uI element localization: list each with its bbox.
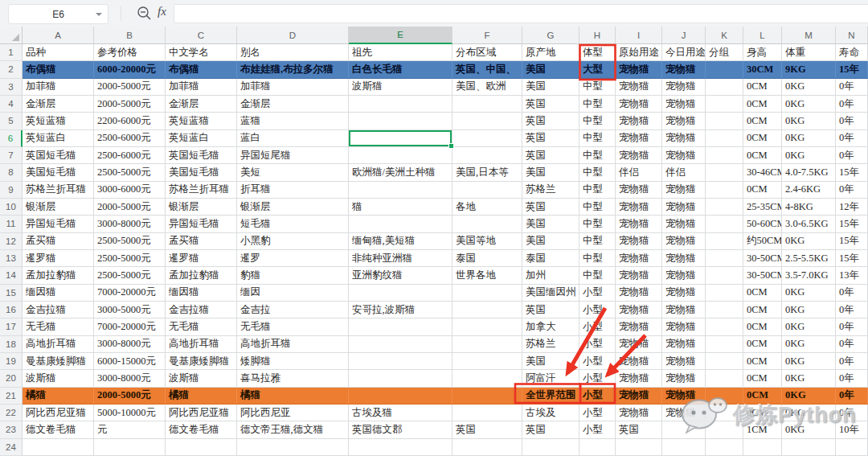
cell-C6[interactable]: 英短蓝白	[166, 130, 237, 147]
cell-L3[interactable]: 0CM	[743, 79, 782, 96]
cell-A16[interactable]: 金吉拉猫	[23, 302, 94, 318]
row-number-24[interactable]: 24	[0, 439, 23, 456]
cell-E10[interactable]: 猫	[349, 199, 452, 216]
cell-A4[interactable]: 金渐层	[23, 96, 94, 113]
cell-M23[interactable]: 0KG	[782, 421, 836, 438]
row-number-12[interactable]: 12	[0, 233, 23, 250]
cell-N4[interactable]: 0年	[836, 96, 868, 113]
cell-E13[interactable]: 非纯种亚洲猫	[349, 250, 452, 267]
row-number-3[interactable]: 3	[0, 79, 23, 96]
cell-K24[interactable]	[706, 439, 743, 456]
cell-L10[interactable]: 25-35CM	[743, 199, 782, 216]
cell-I20[interactable]: 宠物猫	[616, 370, 662, 387]
select-all-corner[interactable]	[0, 27, 23, 44]
cell-C19[interactable]: 曼基康矮脚猫	[166, 353, 237, 370]
cell-H10[interactable]: 中型	[579, 199, 616, 216]
cell-D2[interactable]: 布娃娃猫,布拉多尔猫	[237, 61, 349, 78]
cell-A7[interactable]: 英国短毛猫	[23, 147, 94, 164]
row-number-4[interactable]: 4	[0, 96, 23, 113]
cell-E11[interactable]	[349, 216, 452, 232]
col-header-E[interactable]: E	[349, 27, 452, 44]
cell-N7[interactable]: 0年	[836, 147, 868, 164]
cell-E6[interactable]	[349, 130, 452, 147]
cell-J16[interactable]: 宠物猫	[662, 302, 706, 318]
cell-L8[interactable]: 30-46CM	[743, 164, 782, 181]
dropdown-caret-icon[interactable]	[96, 13, 102, 16]
cell-I15[interactable]: 宠物猫	[616, 285, 662, 302]
cell-J24[interactable]	[662, 439, 706, 456]
cell-K8[interactable]	[706, 164, 743, 181]
row-number-7[interactable]: 7	[0, 147, 23, 164]
cell-M17[interactable]: 0KG	[782, 318, 836, 335]
cell-B24[interactable]	[94, 439, 166, 456]
cell-G13[interactable]: 泰国	[522, 250, 579, 267]
cell-B7[interactable]: 2500-6000元	[94, 147, 166, 164]
cell-J2[interactable]: 宠物猫	[662, 61, 706, 78]
cell-L17[interactable]: 0CM	[743, 318, 782, 335]
cell-B16[interactable]: 3000-5000元	[94, 302, 166, 318]
cell-G19[interactable]: 美国	[522, 353, 579, 370]
cell-K20[interactable]	[706, 370, 743, 387]
cell-M24[interactable]	[782, 439, 836, 456]
cell-K2[interactable]	[706, 61, 743, 78]
row-number-17[interactable]: 17	[0, 318, 23, 335]
cell-I11[interactable]: 宠物猫	[616, 216, 662, 232]
cell-D3[interactable]: 加菲猫	[237, 79, 349, 96]
cell-H5[interactable]: 中型	[579, 113, 616, 129]
cell-M16[interactable]: 0KG	[782, 302, 836, 318]
cell-L5[interactable]: 0CM	[743, 113, 782, 129]
cell-E1[interactable]: 祖先	[349, 44, 452, 61]
cell-H19[interactable]: 小型	[579, 353, 616, 370]
cell-M10[interactable]: 4-8KG	[782, 199, 836, 216]
cell-M9[interactable]: 2.4-6KG	[782, 182, 836, 199]
cell-H22[interactable]: 小型	[579, 405, 616, 421]
cell-K18[interactable]	[706, 336, 743, 353]
cell-B9[interactable]: 3000-6000元	[94, 182, 166, 199]
cell-L9[interactable]: 0CM	[743, 182, 782, 199]
cell-J15[interactable]: 宠物猫	[662, 285, 706, 302]
cell-B14[interactable]: 2500-5000元	[94, 267, 166, 284]
row-number-21[interactable]: 21	[0, 388, 23, 405]
row-number-18[interactable]: 18	[0, 336, 23, 353]
col-header-F[interactable]: F	[452, 27, 522, 44]
cell-J11[interactable]: 宠物猫	[662, 216, 706, 232]
cell-F21[interactable]	[452, 388, 522, 405]
cell-E14[interactable]: 亚洲豹纹猫	[349, 267, 452, 284]
cell-K23[interactable]	[706, 421, 743, 438]
cell-G9[interactable]: 苏格兰	[522, 182, 579, 199]
cell-N8[interactable]: 15年	[836, 164, 868, 181]
col-header-L[interactable]: L	[743, 27, 782, 44]
cell-N23[interactable]: 10年	[836, 421, 868, 438]
cell-C12[interactable]: 孟买猫	[166, 233, 237, 250]
cell-C13[interactable]: 暹罗猫	[166, 250, 237, 267]
cell-H7[interactable]: 中型	[579, 147, 616, 164]
cell-K15[interactable]	[706, 285, 743, 302]
cell-L13[interactable]: 30-50CM	[743, 250, 782, 267]
cell-D17[interactable]: 无毛猫	[237, 318, 349, 335]
cell-D20[interactable]: 喜马拉雅	[237, 370, 349, 387]
cell-H11[interactable]: 中型	[579, 216, 616, 232]
cell-J9[interactable]: 宠物猫	[662, 182, 706, 199]
cell-B13[interactable]: 2500-5000元	[94, 250, 166, 267]
cell-D18[interactable]: 高地折耳猫	[237, 336, 349, 353]
cell-F7[interactable]	[452, 147, 522, 164]
cell-C18[interactable]: 高地折耳猫	[166, 336, 237, 353]
cell-A20[interactable]: 波斯猫	[23, 370, 94, 387]
cell-J5[interactable]: 宠物猫	[662, 113, 706, 129]
cell-B8[interactable]: 2500-5000元	[94, 164, 166, 181]
cell-C24[interactable]	[166, 439, 237, 456]
cell-I19[interactable]: 宠物猫	[616, 353, 662, 370]
cell-H8[interactable]: 中型	[579, 164, 616, 181]
cell-J20[interactable]: 宠物猫	[662, 370, 706, 387]
cell-I10[interactable]: 宠物猫	[616, 199, 662, 216]
cell-J19[interactable]: 宠物猫	[662, 353, 706, 370]
row-number-22[interactable]: 22	[0, 405, 23, 421]
cell-K3[interactable]	[706, 79, 743, 96]
cell-C1[interactable]: 中文学名	[166, 44, 237, 61]
cell-A11[interactable]: 异国短毛猫	[23, 216, 94, 232]
cell-M21[interactable]: 0KG	[782, 388, 836, 405]
cell-B5[interactable]: 2200-6000元	[94, 113, 166, 129]
cell-A12[interactable]: 孟买猫	[23, 233, 94, 250]
cell-K17[interactable]	[706, 318, 743, 335]
cell-K12[interactable]	[706, 233, 743, 250]
